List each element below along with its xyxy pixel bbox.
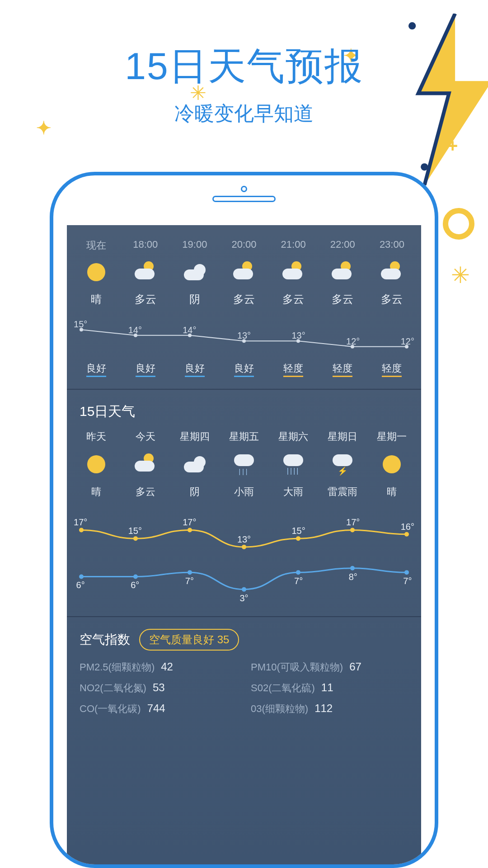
day-high-label: 17° — [183, 517, 196, 528]
hour-aqi: 良好 — [185, 363, 205, 377]
svg-point-12 — [242, 545, 246, 549]
day-name: 星期六 — [269, 430, 318, 443]
day-condition: 多云 — [121, 485, 170, 499]
svg-point-1 — [421, 163, 428, 170]
day-name: 星期四 — [170, 430, 219, 443]
cloudy-icon — [135, 457, 156, 472]
day-low-label: 6° — [76, 580, 85, 590]
star-decoration: ✳ — [451, 262, 470, 288]
hour-aqi: 轻度 — [283, 363, 303, 377]
daily-temp-chart: 17°15°17°13°15°17°16°6°6°7°3°7°8°7° — [67, 512, 421, 607]
air-metric-label: PM2.5(细颗粒物) — [80, 661, 155, 673]
cloudy-icon — [135, 265, 156, 279]
phone-mockup: 现在18:0019:0020:0021:0022:0023:00 晴多云阴多云多… — [50, 172, 438, 868]
storm-icon — [332, 454, 353, 474]
air-metric: NO2(二氧化氮)53 — [80, 681, 237, 695]
hour-icon — [219, 262, 268, 282]
svg-point-15 — [404, 532, 409, 537]
hour-condition: 多云 — [367, 292, 417, 307]
air-metric-value: 744 — [147, 702, 165, 714]
hour-time: 21:00 — [269, 239, 318, 252]
overcast-icon — [184, 456, 206, 472]
day-high-label: 17° — [74, 517, 87, 528]
day-icon — [269, 454, 318, 474]
air-quality-badge[interactable]: 空气质量良好 35 — [139, 629, 239, 651]
day-low-label: 7° — [294, 576, 303, 586]
air-metric-value: 112 — [314, 702, 333, 714]
hour-icon — [71, 262, 121, 282]
hourly-forecast-section[interactable]: 现在18:0019:0020:0021:0022:0023:00 晴多云阴多云多… — [67, 225, 421, 390]
hour-aqi: 轻度 — [333, 363, 352, 377]
hour-aqi: 良好 — [234, 363, 254, 377]
cloudy-icon — [282, 265, 304, 279]
page-title: 15日天气预报 — [0, 41, 488, 92]
day-icon — [219, 454, 268, 474]
hour-temp-label: 13° — [291, 330, 305, 341]
air-metric-label: PM10(可吸入颗粒物) — [251, 661, 343, 673]
day-condition: 晴 — [71, 485, 121, 499]
hour-icon — [121, 262, 170, 282]
day-low-label: 3° — [239, 593, 248, 604]
hour-time: 现在 — [71, 239, 121, 252]
svg-point-11 — [188, 528, 192, 532]
plus-decoration: + — [447, 136, 465, 154]
day-high-label: 16° — [401, 522, 414, 532]
day-name: 星期日 — [318, 430, 367, 443]
cloudy-icon — [381, 265, 403, 279]
hour-icon — [170, 262, 219, 282]
overcast-icon — [184, 264, 206, 280]
air-metric-label: S02(二氧化硫) — [251, 682, 315, 693]
air-metric-label: NO2(二氧化氮) — [80, 682, 146, 693]
svg-point-0 — [408, 22, 416, 29]
day-condition: 雷震雨 — [318, 485, 367, 499]
air-metric-label: 03(细颗粒物) — [251, 703, 308, 714]
day-low-label: 7° — [185, 576, 194, 586]
hour-temp-label: 12° — [401, 336, 414, 347]
svg-point-22 — [404, 570, 409, 575]
air-metric-value: 11 — [321, 681, 333, 693]
day-condition: 晴 — [367, 485, 417, 499]
day-icon — [71, 454, 121, 474]
hour-icon — [367, 262, 417, 282]
phone-speaker-icon — [212, 196, 276, 202]
day-icon — [367, 454, 417, 474]
hour-condition: 多云 — [219, 292, 268, 307]
hour-time: 22:00 — [318, 239, 367, 252]
hour-condition: 阴 — [170, 292, 219, 307]
hour-condition: 晴 — [71, 292, 121, 307]
hour-condition: 多云 — [121, 292, 170, 307]
daily-title: 15日天气 — [67, 402, 421, 430]
day-name: 今天 — [121, 430, 170, 443]
day-low-label: 6° — [131, 580, 139, 590]
air-metric: PM2.5(细颗粒物)42 — [80, 660, 237, 674]
day-icon — [318, 454, 367, 474]
air-metric-value: 42 — [161, 660, 173, 673]
hour-aqi: 良好 — [86, 363, 106, 377]
svg-point-21 — [350, 566, 355, 571]
sunny-icon — [87, 455, 105, 473]
air-metric: CO(一氧化碳)744 — [80, 702, 237, 716]
daily-forecast-section[interactable]: 15日天气 昨天今天星期四星期五星期六星期日星期一 晴多云阴小雨大雨雷震雨晴 1… — [67, 390, 421, 617]
day-name: 星期一 — [367, 430, 417, 443]
hour-temp-label: 14° — [183, 325, 196, 335]
hour-time: 19:00 — [170, 239, 219, 252]
day-condition: 阴 — [170, 485, 219, 499]
svg-point-17 — [133, 575, 138, 579]
hour-time: 18:00 — [121, 239, 170, 252]
air-metric: S02(二氧化硫)11 — [251, 681, 408, 695]
circle-decoration — [443, 208, 474, 240]
air-quality-section[interactable]: 空气指数 空气质量良好 35 PM2.5(细颗粒物)42PM10(可吸入颗粒物)… — [67, 617, 421, 727]
hour-temp-label: 12° — [346, 336, 360, 347]
cloudy-icon — [332, 265, 353, 279]
day-high-label: 15° — [128, 526, 142, 536]
sunny-icon — [87, 263, 105, 281]
svg-point-18 — [188, 570, 192, 575]
hour-condition: 多云 — [269, 292, 318, 307]
svg-point-9 — [79, 528, 84, 532]
day-icon — [170, 454, 219, 474]
hour-condition: 多云 — [318, 292, 367, 307]
air-metric-value: 53 — [153, 681, 165, 693]
hour-aqi: 轻度 — [382, 363, 402, 377]
air-quality-title: 空气指数 — [80, 631, 130, 648]
phone-camera-icon — [241, 186, 247, 192]
